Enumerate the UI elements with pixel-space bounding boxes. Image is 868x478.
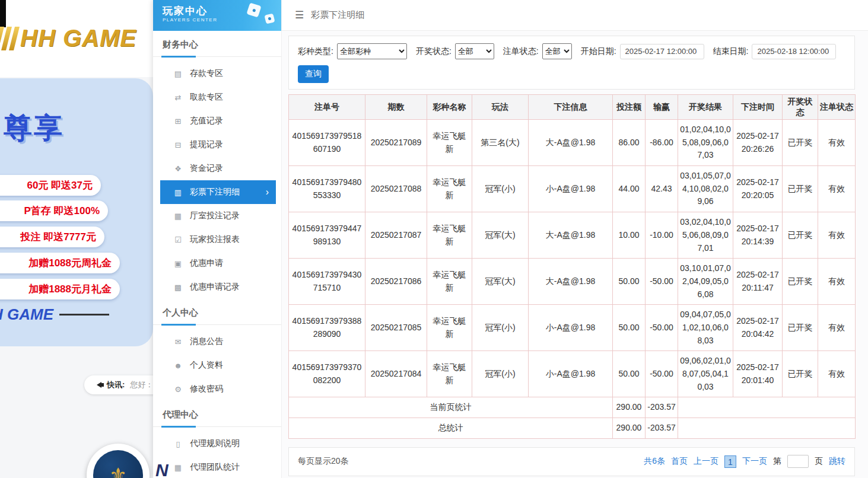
sidebar-item-label: 优惠申请记录 bbox=[190, 282, 240, 292]
total-summary-empty bbox=[678, 418, 856, 439]
sidebar-item-promo-apply[interactable]: ▣优惠申请 bbox=[160, 251, 276, 275]
sidebar-item-funds-records[interactable]: ❖资金记录 bbox=[160, 157, 276, 180]
sidebar-item-deposit-zone[interactable]: ▤存款专区 bbox=[160, 62, 276, 85]
table-cell: 20250217088 bbox=[365, 166, 427, 212]
promo-records-icon: ▩ bbox=[173, 283, 183, 292]
sidebar-item-label: 代理团队统计 bbox=[190, 462, 240, 473]
table-header: 注单号 期数 彩种名称 玩法 下注信息 投注额 输赢 开奖结果 下注时间 开奖状… bbox=[289, 95, 856, 120]
promo-pill: 加赠1088元周礼金 bbox=[0, 253, 120, 273]
table-cell: 有效 bbox=[818, 212, 856, 259]
promo-footer-text: H GAME bbox=[0, 305, 109, 324]
table-summary: 当前页统计 290.00 -203.57 总统计 290.00 -203.57 bbox=[289, 397, 856, 438]
main-area: ☰ 彩票下注明细 彩种类型: 全部彩种 开奖状态: 全部 bbox=[282, 0, 868, 478]
start-date-input[interactable] bbox=[620, 44, 704, 59]
table-cell: 幸运飞艇新 bbox=[427, 166, 472, 212]
promo-banner: 尊享 60元 即送37元 P首存 即送100% 投注 即送7777元 加赠108… bbox=[0, 78, 153, 346]
total-summary-winloss: -203.57 bbox=[646, 418, 678, 439]
table-cell: 冠军(小) bbox=[472, 351, 529, 397]
sidebar-item-player-bet-report[interactable]: ☑玩家投注报表 bbox=[160, 228, 276, 251]
table-cell: 有效 bbox=[818, 259, 856, 305]
sidebar-item-label: 取款专区 bbox=[190, 92, 223, 103]
col-draw-status: 开奖状态 bbox=[783, 95, 818, 120]
search-button[interactable]: 查询 bbox=[298, 65, 329, 83]
section-title-agent: 代理中心 bbox=[153, 401, 281, 427]
sidebar-item-messages[interactable]: ✉消息公告 bbox=[160, 330, 276, 353]
table-row: 40156917397938828909020250217085幸运飞艇新冠军(… bbox=[289, 305, 856, 351]
table-cell: 86.00 bbox=[613, 120, 646, 166]
sidebar-item-promo-apply-records[interactable]: ▩优惠申请记录 bbox=[160, 275, 276, 299]
bell-icon: ✉ bbox=[173, 337, 183, 346]
sidebar-item-profile[interactable]: ☻个人资料 bbox=[160, 353, 276, 377]
table-row: 40156917397937008220020250217084幸运飞艇新冠军(… bbox=[289, 351, 856, 397]
table-cell: 401569173979430715710 bbox=[289, 259, 365, 305]
table-cell: 第三名(大) bbox=[472, 120, 529, 166]
table-cell: 01,02,04,10,05,08,09,06,07,03 bbox=[678, 120, 733, 166]
table-cell: 小-A盘@1.98 bbox=[529, 351, 613, 397]
table-cell: 2025-02-17 20:11:47 bbox=[733, 259, 783, 305]
table-cell: 幸运飞艇新 bbox=[427, 212, 472, 259]
jump-page-input[interactable] bbox=[787, 455, 809, 468]
hamburger-icon[interactable]: ☰ bbox=[295, 9, 304, 21]
next-page-link[interactable]: 下一页 bbox=[742, 456, 767, 467]
sidebar-item-recharge-records[interactable]: ⊞充值记录 bbox=[160, 109, 276, 133]
table-cell: 大-A盘@1.98 bbox=[529, 259, 613, 305]
sidebar-item-agent-team-stats[interactable]: ▦代理团队统计 bbox=[160, 455, 276, 478]
order-status-select[interactable]: 全部 bbox=[542, 43, 572, 59]
end-date-input[interactable] bbox=[752, 44, 836, 59]
table-cell: 幸运飞艇新 bbox=[427, 120, 472, 166]
news-text: 您好： bbox=[130, 380, 153, 390]
sidebar-item-label: 玩家投注报表 bbox=[190, 234, 240, 245]
sidebar-item-hall-bet-records[interactable]: ▦厅室投注记录 bbox=[160, 204, 276, 228]
deposit-icon: ▤ bbox=[173, 69, 183, 78]
page-title: 彩票下注明细 bbox=[311, 9, 364, 21]
table-cell: 2025-02-17 20:26:26 bbox=[733, 120, 783, 166]
total-count-text: 共6条 bbox=[644, 456, 665, 467]
col-draw-result: 开奖结果 bbox=[678, 95, 733, 120]
table-cell: 已开奖 bbox=[783, 120, 818, 166]
table-cell: 09,06,02,01,08,07,05,04,10,03 bbox=[678, 351, 733, 397]
lottery-type-label: 彩种类型: bbox=[298, 46, 333, 57]
current-page[interactable]: 1 bbox=[724, 455, 736, 468]
prev-page-link[interactable]: 上一页 bbox=[694, 456, 718, 467]
col-bet-amount: 投注额 bbox=[613, 95, 646, 120]
personal-menu: ✉消息公告☻个人资料⚙修改密码 bbox=[153, 325, 281, 401]
speaker-icon bbox=[94, 382, 101, 388]
table-cell: 20250217084 bbox=[365, 351, 427, 397]
col-issue: 期数 bbox=[365, 95, 427, 120]
section-title-finance: 财务中心 bbox=[153, 31, 281, 57]
draw-status-select[interactable]: 全部 bbox=[455, 43, 494, 59]
col-play: 玩法 bbox=[472, 95, 529, 120]
customer-service-widget[interactable]: ⚜ N bbox=[87, 444, 168, 478]
sidebar-item-label: 修改密码 bbox=[190, 384, 223, 394]
page-size-text: 每页显示20条 bbox=[298, 456, 349, 467]
table-cell: 50.00 bbox=[613, 259, 646, 305]
table-cell: 10.00 bbox=[613, 212, 646, 259]
sidebar-item-change-password[interactable]: ⚙修改密码 bbox=[160, 377, 276, 401]
table-cell: 2025-02-17 20:14:39 bbox=[733, 212, 783, 259]
table-cell: 有效 bbox=[818, 120, 856, 166]
site-logo: HH GAME bbox=[0, 25, 136, 52]
sidebar-header: 玩家中心 PLAYERS CENTER bbox=[153, 0, 281, 31]
sidebar-item-label: 优惠申请 bbox=[190, 258, 223, 269]
sidebar-item-agent-rules[interactable]: ▯代理规则说明 bbox=[160, 432, 276, 455]
news-ticker: 快讯: 您好： bbox=[84, 375, 163, 394]
table-cell: 401569173979447989130 bbox=[289, 212, 365, 259]
promo-pill: 投注 即送7777元 bbox=[0, 227, 104, 247]
col-bet-time: 下注时间 bbox=[733, 95, 783, 120]
promo-icon: ▣ bbox=[173, 259, 183, 268]
jump-link[interactable]: 跳转 bbox=[829, 456, 845, 467]
chevron-right-icon: › bbox=[266, 187, 269, 197]
col-lottery-name: 彩种名称 bbox=[427, 95, 472, 120]
jump-suffix-label: 页 bbox=[815, 456, 823, 467]
news-label: 快讯: bbox=[107, 380, 125, 390]
table-cell: 已开奖 bbox=[783, 259, 818, 305]
sidebar-item-withdraw-zone[interactable]: ⇄取款专区 bbox=[160, 85, 276, 109]
page-summary-label: 当前页统计 bbox=[289, 397, 613, 418]
sidebar-item-label: 存款专区 bbox=[190, 68, 223, 79]
sidebar-item-lottery-bet-details[interactable]: ▥彩票下注明细› bbox=[160, 180, 276, 204]
sidebar-item-withdrawal-records[interactable]: ⊟提现记录 bbox=[160, 133, 276, 157]
page-summary-row: 当前页统计 290.00 -203.57 bbox=[289, 397, 856, 418]
first-page-link[interactable]: 首页 bbox=[671, 456, 688, 467]
lottery-type-select[interactable]: 全部彩种 bbox=[337, 43, 407, 59]
gear-icon: ⚙ bbox=[173, 385, 183, 394]
